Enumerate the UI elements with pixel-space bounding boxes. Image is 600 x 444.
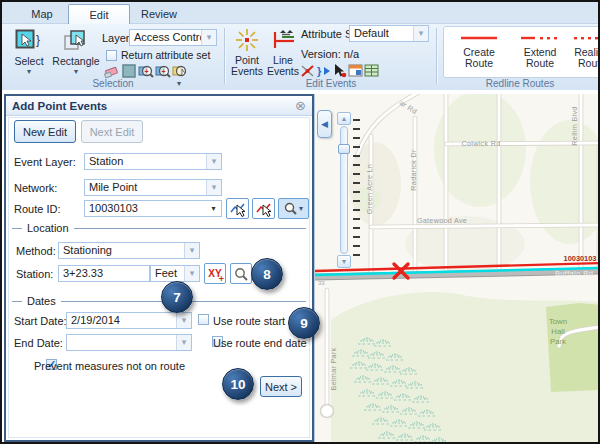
zoom-tick (353, 182, 360, 184)
select-route-on-map-button[interactable] (226, 198, 249, 219)
next-edit-button[interactable]: Next Edit (81, 120, 143, 143)
method-label: Method: (16, 245, 56, 257)
zoom-tick (353, 200, 360, 202)
road-label-partial: ar Rd (398, 98, 419, 116)
select-dropdown-caret[interactable]: ▾ (27, 68, 31, 75)
xy-locate-button[interactable]: XY + (204, 263, 226, 284)
select-route-icon (230, 201, 246, 217)
route-id-label: Route ID: (14, 203, 60, 215)
station-mark-label: 33 (318, 280, 325, 286)
event-attributes-window-icon[interactable] (348, 63, 364, 79)
svg-text:}: } (317, 65, 322, 77)
route-number-label: 10030103 (564, 254, 597, 263)
zoom-out-button[interactable]: ▾ (337, 255, 351, 268)
zoom-next-selected-icon[interactable]: + (155, 63, 171, 79)
tab-edit[interactable]: Edit (68, 4, 130, 24)
zoom-tick (353, 119, 360, 121)
attribute-set-dropdown-arrow[interactable]: ▾ (413, 26, 428, 41)
tab-map[interactable]: Map (18, 4, 66, 24)
zoom-tick (353, 173, 360, 175)
select-tool-button[interactable]: } Select ▾ (8, 29, 50, 75)
merge-events-icon[interactable]: } (316, 63, 332, 79)
app-window: Map Edit Review } Select ▾ Rectangle ▾ (0, 0, 600, 444)
event-layer-dropdown-arrow[interactable]: ▾ (206, 154, 221, 169)
prevent-measures-label: Prevent measures not on route (34, 360, 185, 372)
svg-text:+: + (145, 68, 149, 75)
rectangle-tool-icon (63, 29, 89, 55)
zoom-tick (353, 236, 360, 238)
return-attribute-set-checkbox[interactable] (106, 50, 117, 61)
location-legend: Location (12, 222, 306, 234)
start-date-picker[interactable]: 2/19/2014 ▾ (66, 312, 192, 329)
zoom-slider-handle[interactable] (338, 144, 350, 154)
dates-legend: Dates (12, 295, 306, 307)
clear-selection-icon[interactable] (104, 63, 120, 79)
road-label-rellim: Rellim Blvd (570, 106, 579, 145)
zoom-tick (353, 164, 360, 166)
network-label: Network: (14, 182, 57, 194)
zoom-tick (353, 245, 360, 247)
road-label-radarick: Radarick Dr (409, 149, 418, 191)
zoom-in-icon: ▴ (342, 114, 346, 123)
method-dropdown-arrow[interactable]: ▾ (184, 243, 199, 258)
method-dropdown[interactable]: Stationing ▾ (58, 242, 200, 259)
attribute-set-dropdown[interactable]: Default ▾ (349, 25, 429, 42)
point-events-button[interactable]: Point Events (230, 28, 264, 77)
ribbon: } Select ▾ Rectangle ▾ Layer: Access Con… (2, 24, 598, 90)
callout-8: 8 (251, 258, 283, 290)
panel-collapse-button[interactable]: ◀ (317, 110, 332, 138)
station-unit-arrow[interactable]: ▾ (184, 266, 199, 281)
line-events-icon (270, 28, 296, 54)
end-date-picker[interactable]: ▾ (66, 334, 192, 351)
layer-dropdown-arrow[interactable]: ▾ (201, 30, 216, 45)
tab-review[interactable]: Review (132, 4, 186, 24)
station-input[interactable]: 3+23.33 (58, 265, 150, 282)
zoom-tick (353, 137, 360, 139)
zoom-tick (353, 155, 360, 157)
select-none-icon[interactable] (121, 63, 137, 79)
start-date-arrow[interactable]: ▾ (176, 313, 191, 328)
point-events-icon (235, 28, 259, 54)
end-date-label: End Date: (14, 337, 63, 349)
create-route-icon (457, 32, 501, 46)
select-event-icon[interactable] (332, 63, 348, 79)
panel-header: Add Point Events ⊗ (6, 96, 312, 116)
use-route-start-date-checkbox[interactable] (198, 314, 209, 325)
rectangle-tool-button[interactable]: Rectangle ▾ (52, 29, 100, 75)
svg-text:}: } (36, 33, 40, 47)
extend-route-button[interactable]: Extend Route (512, 32, 568, 69)
map-viewport[interactable]: ar Rd Colwick Rd Rellim Blvd Radarick Dr… (314, 94, 600, 444)
town-hall-park-label: Hall (551, 327, 565, 336)
close-icon[interactable]: ⊗ (295, 99, 306, 112)
split-event-icon[interactable] (300, 63, 316, 79)
edit-events-group-label: Edit Events (226, 78, 436, 89)
new-edit-button[interactable]: New Edit (14, 120, 76, 143)
route-id-combo[interactable]: 10030103 ▾ (84, 200, 222, 217)
realign-route-button[interactable]: Realign Route (569, 32, 600, 69)
event-table-icon[interactable] (364, 63, 380, 79)
use-route-end-date-label: Use route end date (213, 337, 307, 349)
network-dropdown-arrow[interactable]: ▾ (206, 180, 221, 195)
zoom-in-button[interactable]: ▴ (337, 112, 351, 125)
town-hall-park-label: Park (550, 337, 566, 346)
route-locator-dropdown-button[interactable]: ▾ (278, 198, 309, 219)
start-date-label: Start Date: (14, 315, 67, 327)
end-date-arrow[interactable]: ▾ (176, 335, 191, 350)
layer-dropdown[interactable]: Access Control ▾ (129, 29, 217, 46)
magnifier-icon (234, 267, 248, 281)
road-label-buffalo: Buffalo Rd (555, 269, 593, 278)
event-layer-dropdown[interactable]: Station ▾ (84, 153, 222, 170)
rectangle-dropdown-caret[interactable]: ▾ (74, 68, 78, 75)
create-route-button[interactable]: Create Route (449, 32, 509, 69)
clear-route-selection-button[interactable] (252, 198, 275, 219)
station-unit-dropdown[interactable]: Feet ▾ (150, 265, 200, 282)
ribbon-tab-bar: Map Edit Review (2, 2, 598, 24)
network-dropdown[interactable]: Mile Point ▾ (84, 179, 222, 196)
next-button[interactable]: Next > (260, 376, 302, 397)
station-locate-button[interactable] (230, 263, 252, 284)
zoom-to-selection-icon[interactable]: + (138, 63, 154, 79)
zoom-tick (353, 128, 360, 130)
selection-options-icon[interactable] (172, 63, 188, 79)
route-id-combo-arrow[interactable]: ▾ (206, 201, 221, 216)
line-events-button[interactable]: Line Events (266, 28, 300, 77)
